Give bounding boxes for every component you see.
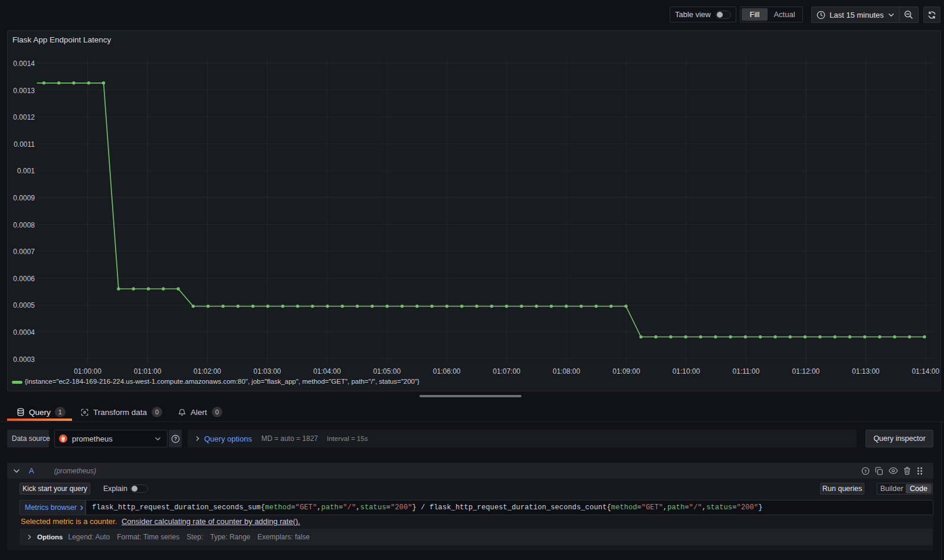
svg-text:?: ?	[864, 468, 867, 473]
svg-text:?: ?	[173, 436, 176, 442]
